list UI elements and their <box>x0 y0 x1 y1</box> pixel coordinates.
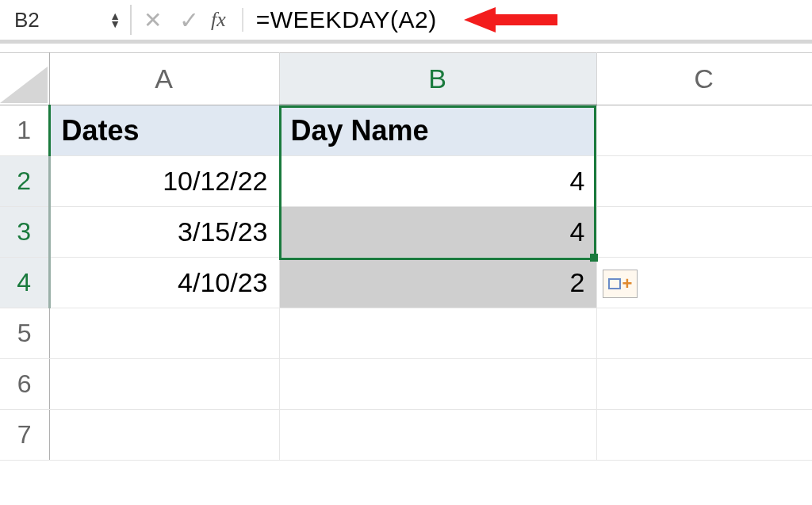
cell-reference: B2 <box>14 8 40 33</box>
column-header-C[interactable]: C <box>596 53 812 105</box>
select-all-corner[interactable] <box>0 53 49 105</box>
name-box-stepper[interactable]: ▲ ▼ <box>109 12 121 28</box>
cell-C3[interactable] <box>596 207 812 258</box>
cell-B3[interactable]: 4 <box>279 207 596 258</box>
row-header-4[interactable]: 4 <box>0 258 49 308</box>
name-box[interactable]: B2 ▲ ▼ <box>5 5 132 35</box>
cell-B2[interactable]: 4 <box>279 156 596 207</box>
column-header-B[interactable]: B <box>279 53 596 105</box>
toolbar-gap <box>0 43 812 52</box>
close-icon: ✕ <box>144 7 162 33</box>
cell-B5[interactable] <box>279 308 596 359</box>
row-header-7[interactable]: 7 <box>0 410 49 461</box>
row-header-3[interactable]: 3 <box>0 207 49 258</box>
cell-C1[interactable] <box>596 105 812 156</box>
row-header-5[interactable]: 5 <box>0 308 49 359</box>
cell-B6[interactable] <box>279 359 596 410</box>
cell-A5[interactable] <box>49 308 279 359</box>
cell-A4[interactable]: 4/10/23 <box>49 258 279 308</box>
confirm-formula-button: ✓ <box>173 5 205 35</box>
column-header-A[interactable]: A <box>49 53 279 105</box>
plus-icon: + <box>622 278 633 289</box>
cell-B1[interactable]: Day Name <box>279 105 596 156</box>
formula-input[interactable]: =WEEKDAY(A2) <box>256 6 437 33</box>
cell-B7[interactable] <box>279 410 596 461</box>
cell-C5[interactable] <box>596 308 812 359</box>
autofill-box-icon <box>608 278 621 289</box>
select-all-triangle-icon <box>0 67 48 103</box>
divider <box>242 8 243 32</box>
check-icon: ✓ <box>179 6 199 34</box>
fx-label[interactable]: fx <box>209 8 232 32</box>
cell-B4[interactable]: 2 <box>279 258 596 308</box>
cell-A2[interactable]: 10/12/22 <box>49 156 279 207</box>
row-header-1[interactable]: 1 <box>0 105 49 156</box>
cell-A1[interactable]: Dates <box>49 105 279 156</box>
cell-A7[interactable] <box>49 410 279 461</box>
row-header-6[interactable]: 6 <box>0 359 49 410</box>
cell-C2[interactable] <box>596 156 812 207</box>
grid[interactable]: A B C 1 Dates Day Name 2 10/12/22 4 3 3/… <box>0 52 812 461</box>
callout-arrow-icon <box>464 2 559 37</box>
formula-bar: B2 ▲ ▼ ✕ ✓ fx =WEEKDAY(A2) <box>0 0 812 43</box>
cell-C6[interactable] <box>596 359 812 410</box>
svg-marker-0 <box>464 7 557 33</box>
cancel-formula-button: ✕ <box>136 5 168 35</box>
autofill-options-button[interactable]: + <box>603 270 638 298</box>
cell-A3[interactable]: 3/15/23 <box>49 207 279 258</box>
cell-A6[interactable] <box>49 359 279 410</box>
cell-C7[interactable] <box>596 410 812 461</box>
row-header-2[interactable]: 2 <box>0 156 49 207</box>
spreadsheet: A B C 1 Dates Day Name 2 10/12/22 4 3 3/… <box>0 52 812 461</box>
stepper-down-icon[interactable]: ▼ <box>109 20 121 28</box>
